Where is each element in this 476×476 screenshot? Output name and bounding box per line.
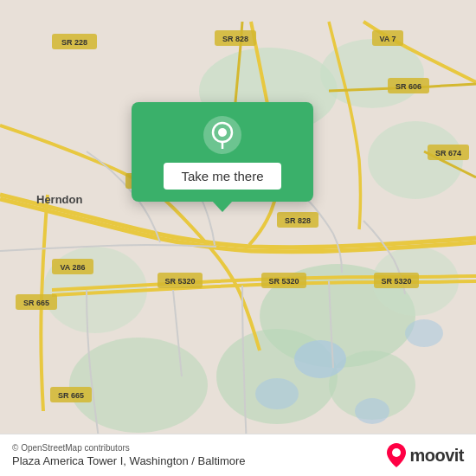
attribution: © OpenStreetMap contributors — [12, 443, 246, 453]
svg-text:VA 7: VA 7 — [379, 35, 396, 43]
moovit-pin-icon — [387, 443, 406, 467]
svg-point-11 — [355, 398, 389, 424]
take-me-there-button[interactable]: Take me there — [164, 163, 280, 190]
svg-text:SR 5320: SR 5320 — [268, 277, 299, 286]
svg-text:VA 286: VA 286 — [60, 263, 85, 272]
bottom-bar: © OpenStreetMap contributors Plaza Ameri… — [0, 434, 476, 476]
svg-text:SR 665: SR 665 — [58, 391, 84, 400]
location-icon-container — [203, 116, 241, 154]
svg-point-41 — [218, 128, 227, 137]
popup-card[interactable]: Take me there — [132, 102, 313, 202]
svg-text:SR 606: SR 606 — [396, 82, 421, 91]
map-svg: SR 228 VA 286 VA 286 SR 828 VA 7 SR 606 … — [0, 0, 476, 476]
svg-text:SR 5320: SR 5320 — [381, 277, 411, 286]
svg-point-10 — [255, 378, 299, 409]
svg-point-9 — [294, 340, 346, 378]
svg-text:SR 228: SR 228 — [61, 38, 87, 47]
svg-text:SR 828: SR 828 — [222, 35, 248, 43]
svg-text:SR 5320: SR 5320 — [164, 277, 195, 286]
moovit-text: moovit — [409, 446, 464, 466]
svg-text:SR 665: SR 665 — [23, 299, 49, 307]
svg-text:SR 828: SR 828 — [285, 216, 311, 225]
info-left: © OpenStreetMap contributors Plaza Ameri… — [12, 443, 246, 467]
moovit-logo: moovit — [387, 443, 464, 467]
svg-point-7 — [69, 338, 208, 433]
svg-point-43 — [392, 448, 401, 457]
svg-text:SR 674: SR 674 — [435, 149, 461, 158]
location-pin-icon — [211, 121, 234, 149]
svg-text:Herndon: Herndon — [36, 193, 83, 206]
map-container: SR 228 VA 286 VA 286 SR 828 VA 7 SR 606 … — [0, 0, 476, 476]
location-name: Plaza America Tower I, Washington / Balt… — [12, 454, 246, 467]
svg-point-12 — [405, 319, 443, 347]
